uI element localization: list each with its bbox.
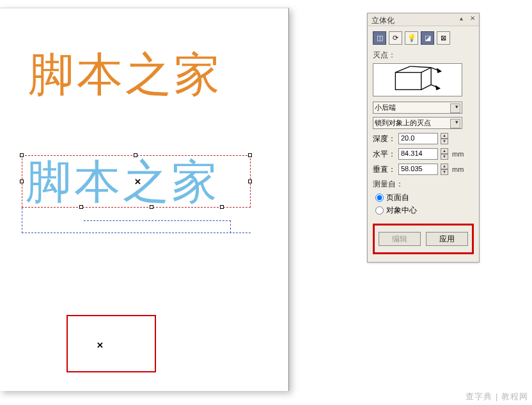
horiz-input[interactable]: 84.314 — [398, 148, 438, 160]
resize-handle-ml[interactable] — [20, 180, 24, 183]
extrude-panel: 立体化 ▴ ✕ ◫ ⟳ 💡 ◪ ⊠ 灭点： — [367, 13, 480, 263]
resize-handle-tc[interactable] — [134, 153, 137, 157]
svg-line-4 — [410, 66, 431, 68]
canvas-area: 脚本之家 脚本之家 ✕ ✕ — [0, 0, 303, 396]
resize-handle-tr[interactable] — [248, 153, 252, 157]
tab-bevel[interactable]: ⊠ — [437, 31, 450, 45]
resize-handle-mr[interactable] — [248, 180, 252, 183]
close-icon[interactable]: ✕ — [470, 15, 476, 22]
action-button-row: 编辑 应用 — [373, 224, 474, 254]
horiz-label: 水平： — [373, 149, 396, 160]
vanish-lock-dropdown[interactable]: 锁到对象上的灭点 — [373, 117, 462, 129]
tab-light[interactable]: 💡 — [405, 31, 418, 45]
vanish-label: 灭点： — [373, 50, 474, 61]
depth-input[interactable]: 20.0 — [398, 133, 438, 144]
watermark-text: 查字典 | 教程网 — [465, 391, 528, 402]
panel-body: ◫ ⟳ 💡 ◪ ⊠ 灭点： — [368, 26, 479, 262]
vanishing-point-target[interactable]: ✕ — [66, 315, 156, 372]
radio-page-label: 页面自 — [386, 192, 409, 203]
apply-button[interactable]: 应用 — [426, 232, 468, 246]
text-object-orange[interactable]: 脚本之家 — [28, 52, 223, 98]
depth-label: 深度： — [373, 134, 396, 144]
panel-title-text: 立体化 — [372, 16, 395, 25]
depth-spin-up[interactable]: ▲ — [441, 133, 448, 139]
depth-spin-down[interactable]: ▼ — [441, 139, 448, 144]
svg-line-2 — [421, 68, 431, 73]
radio-page-origin[interactable] — [375, 194, 384, 202]
vert-spin-up[interactable]: ▲ — [441, 164, 448, 169]
horiz-spin-up[interactable]: ▲ — [441, 148, 448, 154]
tab-rotate[interactable]: ⟳ — [389, 31, 402, 45]
page[interactable]: 脚本之家 脚本之家 ✕ ✕ — [0, 8, 289, 391]
resize-handle-tl[interactable] — [20, 153, 24, 157]
horiz-unit: mm — [452, 150, 464, 158]
collapse-icon[interactable]: ▴ — [460, 15, 466, 22]
svg-line-3 — [421, 85, 431, 90]
radio-object-center[interactable] — [375, 206, 384, 215]
tab-color[interactable]: ◪ — [421, 31, 434, 45]
svg-rect-0 — [395, 72, 421, 89]
radio-center-label: 对象中心 — [386, 205, 417, 216]
vert-unit: mm — [452, 165, 464, 173]
text-content-blue: 脚本之家 — [26, 159, 220, 205]
horiz-spin-down[interactable]: ▼ — [441, 154, 448, 160]
vanish-preview[interactable] — [373, 63, 462, 96]
extrude-type-dropdown[interactable]: 小后端 — [373, 102, 462, 114]
vanishing-point-marker[interactable]: ✕ — [97, 340, 104, 350]
vert-input[interactable]: 58.035 — [398, 164, 438, 175]
vert-label: 垂直： — [373, 164, 396, 175]
tab-extrude[interactable]: ◫ — [373, 31, 386, 45]
svg-marker-7 — [436, 86, 440, 90]
panel-titlebar[interactable]: 立体化 ▴ ✕ — [368, 13, 479, 26]
tab-row: ◫ ⟳ 💡 ◪ ⊠ — [373, 31, 474, 45]
edit-button[interactable]: 编辑 — [379, 232, 421, 246]
extrude-wireframe — [22, 208, 251, 233]
vert-spin-down[interactable]: ▼ — [441, 169, 448, 175]
svg-marker-6 — [437, 69, 441, 73]
measure-label: 测量自： — [373, 179, 474, 190]
center-marker[interactable]: ✕ — [134, 177, 141, 187]
svg-line-1 — [395, 66, 410, 73]
selected-text-object[interactable]: 脚本之家 ✕ — [22, 155, 258, 232]
